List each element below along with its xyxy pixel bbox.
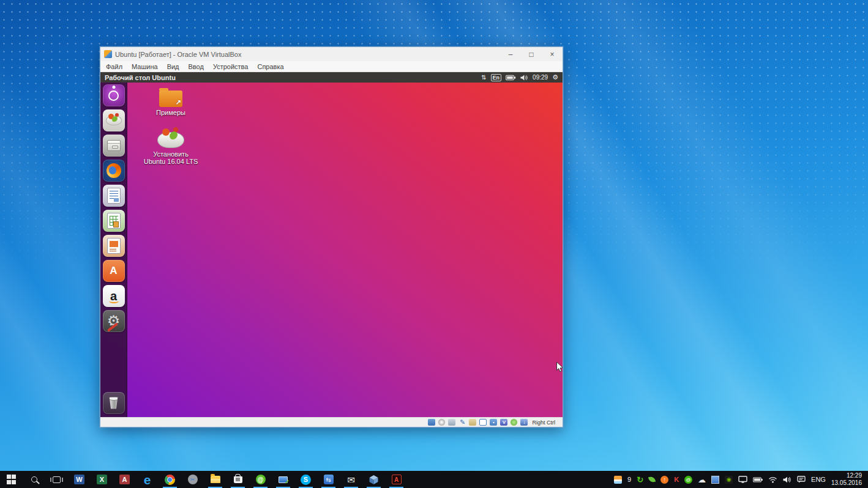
launcher-item-ubuntu-software[interactable]: A [103, 260, 125, 282]
ubuntu-logo-icon [108, 91, 119, 101]
minimize-button[interactable]: – [500, 47, 521, 61]
sync-arrows-icon: ⇆ [324, 475, 334, 484]
shared-clipboard-icon[interactable]: ✎ [458, 419, 466, 426]
impress-icon [107, 238, 121, 254]
taskbar-item-edge[interactable]: e [136, 471, 159, 488]
virtualbox-titlebar[interactable]: Ubuntu [Работает] - Oracle VM VirtualBox… [100, 47, 563, 61]
taskbar-item-excel[interactable]: X [91, 471, 113, 488]
launcher-item-libreoffice-calc[interactable] [103, 210, 125, 232]
start-button[interactable] [0, 471, 23, 488]
taskbar-item-qip[interactable]: @ [249, 471, 272, 488]
upload-tray-icon[interactable]: ↑ [660, 476, 668, 484]
keyboard-layout-indicator[interactable]: En [491, 74, 502, 81]
menu-devices[interactable]: Устройства [213, 63, 249, 70]
maximize-button[interactable]: □ [521, 47, 542, 61]
launcher-item-libreoffice-writer[interactable] [103, 185, 125, 207]
battery-tray-icon[interactable] [753, 477, 763, 482]
install-label-line1: Установить [153, 150, 189, 158]
launcher-item-trash[interactable] [103, 392, 125, 414]
launcher-item-files[interactable] [103, 135, 125, 157]
menu-machine[interactable]: Машина [132, 63, 158, 70]
battery-icon[interactable] [506, 75, 516, 81]
network-icon[interactable] [448, 419, 455, 426]
video-app-tray-icon[interactable] [711, 476, 719, 484]
task-view-button[interactable] [45, 471, 68, 488]
host-key-label: Right Ctrl [532, 420, 555, 426]
wifi-tray-icon[interactable] [768, 476, 777, 483]
launcher-item-firefox[interactable] [103, 160, 125, 182]
taskbar-item-screen-sketch[interactable]: ✂ [181, 471, 204, 488]
mouse-integration-icon[interactable] [511, 419, 517, 426]
action-center-icon[interactable] [797, 476, 806, 483]
menu-file[interactable]: Файл [106, 63, 122, 70]
ubuntu-desktop[interactable]: Рабочий стол Ubuntu ⇅ En 09:29 ⚙ A [100, 72, 563, 417]
search-button[interactable] [23, 471, 45, 488]
launcher-item-install-ubuntu[interactable] [103, 109, 125, 131]
install-label-line2: Ubuntu 16.04 LTS [144, 158, 198, 165]
launcher-item-system-settings[interactable]: ⚙ [103, 310, 125, 332]
taskbar-item-sync-app[interactable]: ⇆ [317, 471, 340, 488]
optical-drives-icon[interactable] [438, 419, 445, 426]
qip-tray-icon[interactable]: @ [684, 476, 692, 484]
taskbar-item-virtualbox[interactable] [362, 471, 385, 488]
tray-date: 13.05.2016 [831, 479, 862, 487]
menu-view[interactable]: Вид [167, 63, 179, 70]
hard-disks-icon[interactable] [428, 419, 435, 426]
edge-icon: e [144, 473, 151, 486]
desktop-icon-install-ubuntu[interactable]: Установить Ubuntu 16.04 LTS [137, 128, 204, 165]
leaf-tray-icon[interactable] [648, 476, 656, 483]
install-disk-icon [157, 132, 184, 148]
launcher-item-dash[interactable] [103, 84, 125, 106]
display-icon[interactable] [479, 419, 487, 426]
taskbar-item-skype[interactable]: S [294, 471, 317, 488]
desktop-icon-examples[interactable]: ↗ Примеры [137, 91, 204, 116]
language-indicator[interactable]: ENG [811, 476, 826, 483]
taskbar-item-word[interactable]: W [68, 471, 91, 488]
taskbar-item-acrobat[interactable]: A [385, 471, 408, 488]
display-tray-icon[interactable] [738, 476, 747, 483]
examples-folder-icon: ↗ [159, 91, 182, 107]
skype-icon: S [301, 475, 311, 485]
folder-icon [211, 476, 220, 483]
clock[interactable]: 09:29 [533, 74, 548, 81]
usb-icon[interactable]: V [500, 419, 507, 426]
video-capture-icon[interactable]: • [490, 419, 497, 426]
keyboard-capture-icon[interactable]: ↓ [520, 419, 528, 426]
menu-input[interactable]: Ввод [189, 63, 204, 70]
access-icon: A [119, 475, 130, 484]
virtualbox-menubar: Файл Машина Вид Ввод Устройства Справка [100, 61, 563, 72]
windows-taskbar: W X A e ✂ @ S ⇆ ✉ A 9 ↻ ↑ K @ ☁ ◉ [0, 471, 868, 488]
menu-help[interactable]: Справка [257, 63, 283, 70]
volume-icon[interactable] [520, 75, 528, 81]
photos-tray-icon[interactable] [614, 476, 622, 484]
windows-desktop[interactable]: Ubuntu [Работает] - Oracle VM VirtualBox… [0, 0, 868, 488]
active-window-title: Рабочий стол Ubuntu [100, 74, 481, 81]
launcher-item-libreoffice-impress[interactable] [103, 235, 125, 257]
virtualbox-window[interactable]: Ubuntu [Работает] - Oracle VM VirtualBox… [100, 46, 563, 427]
volume-tray-icon[interactable] [783, 476, 791, 483]
shared-folders-icon[interactable] [469, 419, 476, 426]
taskbar-item-file-explorer[interactable] [204, 471, 226, 488]
cloud-tray-icon[interactable]: ☁ [698, 476, 706, 484]
recycle-tray-icon[interactable]: ↻ [637, 475, 643, 484]
taskbar-item-store[interactable] [226, 471, 249, 488]
hidden-icons-count[interactable]: 9 [627, 476, 631, 483]
mouse-cursor [556, 361, 563, 373]
session-gear-icon[interactable]: ⚙ [552, 73, 558, 81]
taskbar-item-chrome[interactable] [159, 471, 181, 488]
computer-icon [279, 476, 288, 483]
amazon-icon: a [110, 290, 117, 302]
launcher-item-amazon[interactable]: a [103, 285, 125, 307]
ubuntu-top-panel: Рабочий стол Ubuntu ⇅ En 09:29 ⚙ [100, 72, 563, 83]
taskbar-clock[interactable]: 12:29 13.05.2016 [831, 472, 862, 487]
close-button[interactable]: × [542, 47, 563, 61]
taskbar-item-access[interactable]: A [113, 471, 136, 488]
taskbar-item-mail[interactable]: ✉ [340, 471, 362, 488]
software-center-icon: A [110, 265, 117, 277]
mail-envelope-icon: ✉ [347, 475, 355, 484]
network-arrows-icon[interactable]: ⇅ [481, 74, 486, 81]
nvidia-tray-icon[interactable]: ◉ [725, 476, 733, 484]
kaspersky-tray-icon[interactable]: K [674, 476, 679, 483]
taskbar-item-my-computer[interactable] [272, 471, 294, 488]
acrobat-icon: A [392, 475, 402, 484]
